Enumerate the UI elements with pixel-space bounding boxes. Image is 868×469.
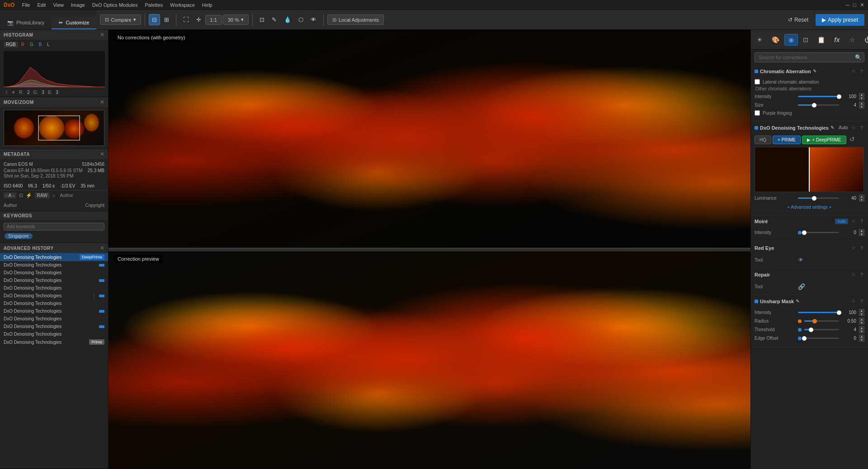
hist-tab-l[interactable]: L — [45, 42, 52, 47]
history-item-8[interactable]: DxO Denoising Technologies — [0, 315, 108, 323]
red-eye-star-button[interactable]: ☆ — [850, 244, 857, 251]
hist-tab-r[interactable]: R — [19, 42, 27, 47]
unsharp-radius-down[interactable]: ▼ — [859, 321, 864, 324]
denoise-hq-tab[interactable]: HQ — [755, 136, 771, 144]
unsharp-intensity-down[interactable]: ▼ — [859, 313, 864, 316]
unsharp-edge-up[interactable]: ▲ — [859, 335, 864, 338]
unsharp-intensity-up[interactable]: ▲ — [859, 309, 864, 312]
repair-header[interactable]: Repair ☆ ? — [751, 268, 868, 281]
red-eye-help-button[interactable]: ? — [859, 245, 864, 251]
right-tool-color[interactable]: 🎨 — [768, 34, 783, 46]
movezoom-header[interactable]: MOVE/ZOOM ✕ — [0, 97, 108, 107]
menu-workspace[interactable]: Workspace — [170, 2, 195, 8]
chromatic-size-down[interactable]: ▼ — [859, 105, 864, 108]
moire-help-button[interactable]: ? — [859, 218, 864, 225]
menu-image[interactable]: Image — [71, 2, 85, 8]
minimize-button[interactable]: ─ — [845, 2, 849, 8]
history-item-5[interactable]: DxO Denoising Technologies ⋮ — [0, 292, 108, 300]
denoising-luminance-up[interactable]: ▲ — [859, 195, 864, 198]
chromatic-help-button[interactable]: ? — [859, 68, 864, 75]
crosshair-button[interactable]: ✛ — [193, 14, 204, 25]
movezoom-close-button[interactable]: ✕ — [100, 99, 104, 105]
chromatic-size-up[interactable]: ▲ — [859, 102, 864, 105]
history-item-2[interactable]: DxO Denoising Technologies — [0, 269, 108, 277]
denoising-luminance-down[interactable]: ▼ — [859, 198, 864, 202]
red-eye-header[interactable]: Red Eye ☆ ? — [751, 242, 868, 254]
red-eye-tool-icon[interactable]: 👁 — [798, 257, 804, 263]
right-tool-fx[interactable]: fx — [830, 34, 844, 46]
history-item-10[interactable]: DxO Denoising Technologies — [0, 330, 108, 338]
right-tool-detail[interactable]: ◉ — [784, 34, 798, 46]
unsharp-intensity-thumb[interactable] — [837, 310, 841, 315]
split-view-button[interactable]: ⊟ — [149, 14, 160, 25]
grid-view-button[interactable]: ⊞ — [161, 14, 172, 25]
moire-header[interactable]: Moiré Auto ☆ ? — [751, 215, 868, 227]
unsharp-radius-slider[interactable] — [804, 320, 839, 322]
chromatic-intensity-up[interactable]: ▲ — [859, 93, 864, 96]
fullscreen-button[interactable]: ⛶ — [180, 14, 192, 25]
chromatic-intensity-slider[interactable] — [798, 96, 839, 97]
compare-button[interactable]: ⊡ Compare ▾ — [100, 14, 141, 25]
moire-star-button[interactable]: ☆ — [850, 218, 857, 225]
history-item-7[interactable]: DxO Denoising Technologies — [0, 307, 108, 315]
denoising-luminance-slider[interactable] — [798, 197, 839, 199]
menu-help[interactable]: Help — [202, 2, 212, 8]
unsharp-threshold-up[interactable]: ▲ — [859, 326, 864, 329]
navigator-preview[interactable] — [4, 110, 104, 146]
histogram-close-button[interactable]: ✕ — [100, 32, 104, 38]
retouch-button[interactable]: ✎ — [269, 14, 280, 25]
reset-button[interactable]: ↺ Reset — [783, 14, 814, 26]
moire-intensity-thumb[interactable] — [802, 230, 807, 235]
menu-file[interactable]: File — [22, 2, 30, 8]
chromatic-size-slider[interactable] — [798, 104, 839, 106]
unsharp-threshold-slider[interactable] — [804, 329, 839, 330]
histogram-header[interactable]: HISTOGRAM ✕ — [0, 30, 108, 40]
lateral-chromatic-checkbox[interactable] — [755, 79, 760, 84]
chromatic-intensity-down[interactable]: ▼ — [859, 97, 864, 100]
zoom-level-button[interactable]: 30 % ▾ — [223, 14, 249, 25]
unsharp-intensity-slider[interactable] — [798, 312, 839, 313]
moire-intensity-slider[interactable] — [804, 232, 839, 233]
advanced-settings-link[interactable]: + Advanced settings + — [755, 203, 864, 211]
unsharp-radius-up[interactable]: ▲ — [859, 318, 864, 321]
chromatic-size-thumb[interactable] — [812, 103, 816, 108]
crop-button[interactable]: ⊡ — [256, 14, 268, 25]
unsharp-star-button[interactable]: ☆ — [850, 298, 857, 305]
right-tool-vignetting[interactable]: 📋 — [813, 34, 829, 46]
history-item-9[interactable]: DxO Denoising Technologies — [0, 323, 108, 330]
unsharp-threshold-down[interactable]: ▼ — [859, 330, 864, 333]
unsharp-radius-thumb[interactable] — [812, 319, 817, 324]
hist-tab-g[interactable]: G — [28, 42, 36, 47]
tab-customize[interactable]: ✏ Customize — [52, 17, 96, 29]
right-tool-exposure[interactable]: ☀ — [753, 34, 767, 46]
menu-dxo-optics[interactable]: DxO Optics Modules — [92, 2, 138, 8]
close-button[interactable]: ✕ — [860, 2, 864, 8]
window-controls[interactable]: ─ □ ✕ — [845, 2, 864, 8]
purple-fringing-checkbox[interactable] — [755, 110, 760, 116]
one-to-one-button[interactable]: 1:1 — [205, 15, 222, 25]
right-tool-geometry[interactable]: ⊡ — [799, 34, 812, 46]
history-header[interactable]: ADVANCED HISTORY ✕ — [0, 243, 108, 253]
denoising-luminance-thumb[interactable] — [812, 196, 816, 201]
menu-bar[interactable]: File Edit View Image DxO Optics Modules … — [22, 2, 212, 8]
hist-tab-b[interactable]: B — [37, 42, 44, 47]
eye-button[interactable]: 👁 — [307, 14, 320, 25]
repair-tool-icon[interactable]: 🔗 — [798, 283, 805, 290]
tab-photolibrary[interactable]: 📷 PhotoLibrary — [0, 17, 52, 29]
unsharp-help-button[interactable]: ? — [859, 298, 864, 305]
unsharp-mask-header[interactable]: Unsharp Mask ✎ ☆ ? — [751, 295, 868, 307]
keywords-header[interactable]: KEYWORDS — [0, 211, 108, 220]
color-picker-button[interactable]: 💧 — [281, 14, 294, 25]
maximize-button[interactable]: □ — [853, 2, 856, 8]
denoising-header[interactable]: DxO Denoising Technologies ✎ Auto ☆ ? — [751, 122, 868, 134]
unsharp-threshold-thumb[interactable] — [809, 328, 813, 332]
history-item-6[interactable]: DxO Denoising Technologies — [0, 300, 108, 307]
hist-tab-rgb[interactable]: RGB — [4, 42, 18, 47]
chromatic-intensity-thumb[interactable] — [837, 94, 841, 99]
right-fav-button[interactable]: ☆ — [845, 34, 859, 46]
right-power-button[interactable]: ⏻ — [860, 34, 868, 46]
history-item-4[interactable]: DxO Denoising Technologies — [0, 284, 108, 292]
denoising-help-button[interactable]: ? — [859, 125, 864, 131]
metadata-header[interactable]: METADATA ✕ — [0, 149, 108, 159]
navigator-viewport[interactable] — [38, 116, 80, 141]
